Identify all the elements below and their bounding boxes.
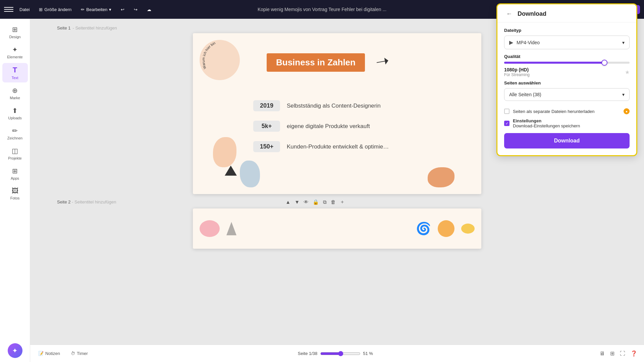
sidebar-item-design[interactable]: ⊞ Design: [2, 23, 28, 42]
slide2-label: Seite 2 - Seitentitel hinzufügen ▲ ▼ 👁 🔒…: [57, 198, 345, 206]
save-settings-checkbox[interactable]: ✓: [504, 121, 509, 126]
help-button[interactable]: ❓: [629, 349, 639, 358]
filetype-value: MP4-Video: [517, 40, 540, 45]
stat1-text: Selbstständig als Content-Designerin: [287, 103, 381, 109]
fotos-icon: 🖼: [12, 187, 18, 195]
chevron-down-icon-2: ▾: [622, 92, 625, 97]
pages-section: Seiten auswählen Alle Seiten (38) ▾: [497, 80, 636, 101]
slide1-label: Seite 1 - Seitentitel hinzufügen: [57, 25, 117, 31]
pages-value: Alle Seiten (38): [509, 92, 541, 97]
panel-header: ← Download: [497, 4, 636, 22]
back-button[interactable]: ←: [504, 10, 514, 18]
quality-label: Qualität: [504, 54, 630, 59]
quality-fill: [504, 62, 604, 64]
download-button[interactable]: Download: [504, 133, 630, 148]
sidebar-item-label-apps: Apps: [11, 176, 19, 180]
marke-icon: ⊕: [12, 86, 18, 95]
slide2-spiral: 🌀: [416, 222, 431, 236]
main-layout: ⊞ Design ✦ Elemente T Text ⊕ Marke ⬆ Upl…: [0, 19, 644, 362]
ai-star-icon: ✦: [12, 347, 18, 355]
stat1-number: 2019: [253, 100, 280, 111]
resize-button[interactable]: ⊞ Größe ändern: [36, 5, 75, 14]
pencil-icon: ✏: [81, 7, 85, 12]
slide-add-button[interactable]: ＋: [339, 198, 345, 206]
projekte-icon: ◫: [12, 147, 18, 155]
stats-container: 2019 Selbstständig als Content-Designeri…: [253, 100, 389, 152]
quality-section: Qualität 1080p (HD) Für Streaming ★: [497, 54, 636, 77]
sidebar-item-apps[interactable]: ⊞ Apps: [2, 164, 28, 183]
slide-up-button[interactable]: ▲: [285, 198, 291, 205]
sidebar-item-projekte[interactable]: ◫ Projekte: [2, 144, 28, 163]
sidebar-item-fotos[interactable]: 🖼 Fotos: [2, 184, 28, 203]
sidebar-item-label-uploads: Uploads: [8, 116, 21, 120]
blob-orange2: [428, 167, 454, 187]
stat2-number: 5k+: [253, 121, 280, 132]
curved-text-svg: Warum ich hier bin: [200, 42, 247, 88]
slide-title[interactable]: Business in Zahlen: [267, 53, 365, 72]
slide-lock-button[interactable]: 🔒: [312, 198, 320, 206]
quality-thumb[interactable]: [601, 60, 607, 66]
sidebar-item-label-projekte: Projekte: [8, 156, 21, 160]
mp4-icon: ▶: [509, 39, 513, 46]
slide2-blob4: [461, 224, 475, 234]
ai-button[interactable]: ✦: [8, 343, 22, 358]
slide-eye-button[interactable]: 👁: [303, 198, 309, 205]
grid-view-button[interactable]: ⊞: [609, 349, 616, 358]
settings-section: ✓ Einstellungen Download-Einstellungen s…: [497, 117, 636, 130]
pro-badge: ●: [624, 108, 630, 114]
arrow-graphic: ➝: [374, 51, 390, 71]
slide1[interactable]: Warum ich hier bin ➝ Business in Zahlen: [193, 33, 481, 194]
triangle-shape: [225, 166, 237, 176]
zoom-slider[interactable]: [320, 351, 360, 356]
note-icon: 📝: [38, 351, 44, 356]
quality-slider-container[interactable]: [504, 62, 630, 64]
sidebar-item-zeichnen[interactable]: ✏ Zeichnen: [2, 124, 28, 143]
pages-select[interactable]: Alle Seiten (38) ▾: [504, 88, 630, 101]
sidebar: ⊞ Design ✦ Elemente T Text ⊕ Marke ⬆ Upl…: [0, 19, 30, 362]
slide-down-button[interactable]: ▼: [294, 198, 300, 205]
filetype-label: Dateityp: [504, 28, 630, 33]
menu-icon[interactable]: [4, 5, 13, 14]
pages-label: Seiten auswählen: [504, 80, 630, 85]
topbar-left: Datei ⊞ Größe ändern ✏ Bearbeiten ▾ ↩ ↪ …: [4, 5, 155, 14]
bottom-bar: 📝 Notizen ⏱ Timer Seite 1/38 51 % 🖥 ⊞ ⛶ …: [30, 345, 644, 362]
fullscreen-button[interactable]: ⛶: [619, 349, 627, 358]
stat2-text: eigene digitale Produkte verkauft: [287, 123, 370, 130]
filetype-select[interactable]: ▶ MP4-Video ▾: [504, 36, 630, 49]
download-panel: ← Download Dateityp ▶ MP4-Video ▾ Qualit…: [496, 3, 637, 156]
sidebar-item-elemente[interactable]: ✦ Elemente: [2, 43, 28, 62]
slide-copy-button[interactable]: ⧉: [322, 198, 327, 206]
notizen-button[interactable]: 📝 Notizen: [36, 350, 63, 357]
stat3-number: 150+: [253, 141, 280, 152]
chevron-down-icon: ▾: [622, 40, 625, 45]
sidebar-item-label-text: Text: [11, 76, 18, 80]
sidebar-item-text[interactable]: T Text: [2, 63, 28, 82]
chevron-down-icon: ▾: [109, 7, 111, 12]
edit-button[interactable]: ✏ Bearbeiten ▾: [77, 5, 115, 14]
zoom-percentage: 51 %: [363, 351, 376, 356]
stat-row-1: 2019 Selbstständig als Content-Designeri…: [253, 100, 389, 111]
blob-orange: [213, 137, 236, 167]
sidebar-item-uploads[interactable]: ⬆ Uploads: [2, 104, 28, 123]
redo-button[interactable]: ↪: [130, 5, 141, 14]
uploads-icon: ⬆: [12, 107, 18, 115]
quality-value: 1080p (HD): [504, 67, 530, 72]
undo-button[interactable]: ↩: [117, 5, 128, 14]
filetype-section: Dateityp ▶ MP4-Video ▾: [497, 28, 636, 49]
star-icon: ★: [625, 69, 630, 75]
quality-info: 1080p (HD) Für Streaming ★: [504, 67, 630, 77]
text-icon: T: [13, 66, 17, 74]
datei-button[interactable]: Datei: [16, 5, 33, 14]
sidebar-item-marke[interactable]: ⊕ Marke: [2, 84, 28, 103]
desktop-view-button[interactable]: 🖥: [598, 349, 606, 358]
stat3-text: Kunden-Produkte entwickelt & optimie…: [287, 143, 389, 150]
slide-delete-button[interactable]: 🗑: [330, 198, 336, 205]
apps-icon: ⊞: [12, 167, 18, 175]
slide2[interactable]: 🌀: [193, 208, 481, 249]
page-indicator: Seite 1/38: [298, 351, 318, 356]
timer-button[interactable]: ⏱ Timer: [68, 350, 91, 357]
cloud-button[interactable]: ☁: [144, 5, 155, 14]
separate-checkbox[interactable]: [504, 109, 509, 114]
bottom-right: 🖥 ⊞ ⛶ ❓: [598, 349, 639, 358]
sidebar-item-label-design: Design: [9, 35, 20, 39]
